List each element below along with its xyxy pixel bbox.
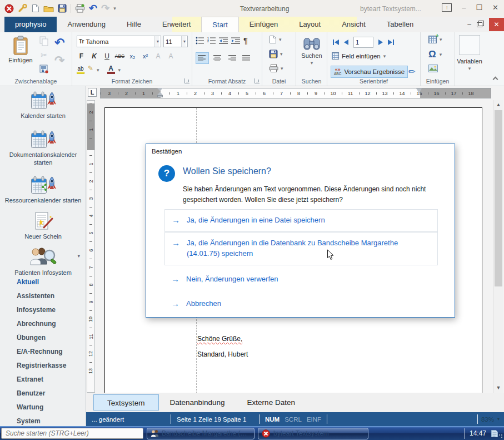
align-left-button[interactable] [196,52,209,64]
sidebar-nav-item[interactable]: Infosysteme [0,303,86,317]
document-text-signature[interactable]: Standard, Hubert [197,350,248,358]
vertical-ruler[interactable]: 2112345678910111213 [87,100,95,393]
launcher-patienten-infosystem[interactable]: Patienten Infosystem [0,246,86,277]
taskbar-button-textsystem[interactable]: byteart Textsystem [258,428,368,439]
child-close-button[interactable]: ✕ [489,18,504,31]
previous-record-button[interactable] [344,39,348,45]
format-par-dialog-launcher[interactable] [255,78,260,83]
search-button[interactable]: Suchen ▾ [301,37,323,66]
tab-selector-box[interactable]: L [88,88,97,97]
sidebar-nav-item[interactable]: Wartung [0,401,86,414]
menu-tab[interactable]: Ansicht [331,17,376,32]
resize-grip[interactable] [498,434,503,438]
justify-button[interactable] [240,53,252,63]
file-print-button[interactable]: ▾ [269,64,283,72]
paste-button[interactable]: Einfügen [6,36,36,63]
align-center-button[interactable] [211,53,223,63]
sidebar-nav-item[interactable]: Übungen [0,331,86,345]
increase-indent-icon[interactable] [231,37,241,45]
insert-table-button[interactable]: + ▾ [428,36,442,43]
tab-datenanbindung[interactable]: Datenanbindung [159,394,236,411]
child-minimize-button[interactable]: – [467,21,471,28]
preview-results-button[interactable]: «»ABC Vorschau Ergebnisse [331,66,408,78]
font-size-dropdown-icon[interactable]: ▾ [181,36,186,47]
sidebar-nav-item[interactable]: Assistenten [0,289,86,303]
variables-dropdown-icon[interactable]: ▾ [455,66,484,71]
undo-icon[interactable]: ↶ [89,4,97,13]
highlight-color-button[interactable]: ab [77,66,84,74]
menu-tab[interactable]: prophysio [4,17,57,32]
insert-symbol-button[interactable]: Ω ▾ [428,49,442,60]
launcher-neuer-schein[interactable]: Neuer Schein [0,211,86,241]
strikethrough-button[interactable]: ABC [114,51,126,62]
search-input[interactable] [1,428,143,439]
settings-wrench-icon[interactable] [18,4,28,13]
zoom-dropdown-icon[interactable]: ▾ [497,417,500,422]
format-char-dialog-launcher[interactable] [184,78,189,83]
patienten-dropdown-icon[interactable]: ▾ [77,253,80,259]
indent-marker-right[interactable] [416,88,422,93]
command-link-option[interactable]: → Nein, Änderungen verwerfen [164,265,438,290]
insert-table-dropdown-icon[interactable]: ▾ [440,37,442,42]
menu-tab[interactable]: Start [201,17,238,32]
font-name-dropdown-icon[interactable]: ▾ [154,36,159,47]
file-print-dropdown-icon[interactable]: ▾ [281,66,283,71]
menu-tab[interactable]: Anwendung [57,17,116,32]
highlight-dropdown-icon[interactable]: ▾ [97,67,99,73]
font-size-combobox[interactable]: 11 ▾ [163,36,188,47]
launcher-ressourcenkalender[interactable]: Ressourcenkalender starten [0,175,86,205]
minimize-button[interactable]: – [462,3,466,12]
file-new-button[interactable]: ▾ [269,35,282,44]
tab-textsystem[interactable]: Textsystem [93,394,159,411]
close-button[interactable]: ✕ [492,3,498,12]
record-number-input[interactable] [353,37,373,48]
sidebar-nav-item[interactable]: Abrechnung [0,317,86,331]
bullet-list-icon[interactable] [196,37,204,45]
pin-window-icon[interactable]: ↑ [442,3,452,12]
insert-field-dropdown-icon[interactable]: ▾ [383,53,386,59]
superscript-button[interactable]: x² [139,51,151,62]
child-restore-button[interactable] [477,22,482,27]
collapse-ribbon-icon[interactable] [493,77,498,82]
command-link-option[interactable]: → Ja, die Änderungen in eine Datei speic… [164,209,438,232]
scrollbar-thumb[interactable] [495,110,502,286]
scroll-down-icon[interactable]: ▼ [493,383,503,393]
launcher-dokumentationskalender[interactable]: Dokumentationskalender starten [0,130,86,167]
indent-marker-left[interactable] [157,88,163,97]
sidebar-nav-item[interactable]: Registrierkasse [0,359,86,373]
scroll-up-icon[interactable]: ▲ [493,100,503,110]
maximize-button[interactable]: ☐ [476,3,482,12]
decrease-indent-icon[interactable] [219,37,228,45]
insert-field-button[interactable]: Feld einfügen ▾ [332,52,386,60]
insert-image-button[interactable] [428,65,438,72]
underline-button[interactable]: U [101,51,113,62]
horizontal-ruler[interactable]: 321123456789101112131415161718 [100,88,491,98]
bold-button[interactable]: F [76,51,87,62]
italic-button[interactable]: K [88,51,100,62]
sidebar-nav-item[interactable]: Aktuell [0,275,86,289]
command-link-option[interactable]: → Abbrechen [164,290,438,315]
launcher-kalender[interactable]: Kalender starten [0,91,86,120]
vertical-scrollbar[interactable]: ▲ ▼ [493,100,503,393]
new-document-icon[interactable] [32,4,39,13]
qat-customize-dropdown-icon[interactable]: ▾ [113,6,116,11]
command-link-option[interactable]: → Ja, die Änderungen in die Datenbank zu… [164,232,438,265]
next-record-button[interactable] [378,39,383,45]
ribbon-undo-icon[interactable]: ↶ [54,36,64,50]
sidebar-nav-item[interactable]: Extranet [0,373,86,387]
variables-button[interactable] [459,35,480,55]
sidebar-nav-item[interactable]: E/A-Rechnung [0,345,86,359]
numbered-list-icon[interactable]: 12 [207,37,216,45]
align-right-button[interactable] [226,53,238,63]
file-new-dropdown-icon[interactable]: ▾ [279,37,282,42]
menu-tab[interactable]: Erweitert [152,17,201,32]
pilcrow-icon[interactable]: ¶ [243,37,248,45]
menu-tab[interactable]: Tabellen [376,17,424,32]
menu-tab[interactable]: Einfügen [239,17,288,32]
print-icon[interactable] [75,4,85,13]
save-icon[interactable] [58,4,67,13]
font-color-dropdown-icon[interactable]: ▾ [118,67,121,73]
notification-document-icon[interactable] [491,429,498,438]
file-save-dropdown-icon[interactable]: ▾ [280,51,283,57]
font-name-combobox[interactable]: Tr Tahoma ▾ [77,36,161,47]
